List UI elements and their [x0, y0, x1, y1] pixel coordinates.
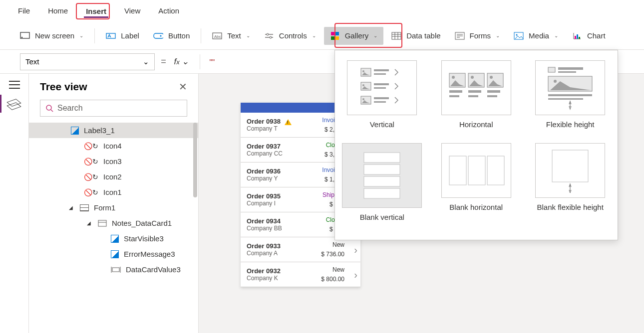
gallery-dropdown: Vertical Horizontal Flexible height Blan… — [334, 50, 618, 240]
controls-button[interactable]: Controls ⌄ — [258, 27, 322, 45]
tree-item-form1[interactable]: ◢Form1 — [29, 200, 198, 215]
screen-icon — [20, 31, 30, 41]
svg-rect-53 — [449, 95, 459, 97]
controls-icon — [264, 31, 274, 41]
gallery-opt-label: Flexible height — [546, 120, 595, 129]
button-button[interactable]: Button — [147, 27, 196, 45]
order-amount: $ 800.00 — [321, 276, 344, 283]
svg-rect-45 — [374, 87, 386, 89]
tree-item-label3[interactable]: Label3_1 — [29, 123, 198, 138]
layers-icon[interactable] — [9, 99, 20, 110]
label-button[interactable]: Label — [100, 27, 145, 45]
menu-file[interactable]: File — [16, 3, 32, 18]
svg-rect-73 — [449, 156, 466, 185]
tree-item-dcvalue[interactable]: DataCardValue3 — [29, 262, 198, 277]
thumb-horizontal — [441, 60, 511, 115]
card-icon — [98, 220, 107, 227]
svg-point-66 — [554, 80, 557, 83]
svg-point-47 — [362, 98, 364, 100]
media-button[interactable]: Media ⌄ — [508, 27, 564, 45]
chevron-down-icon: ⌄ — [554, 33, 558, 38]
order-company: Company I — [247, 200, 281, 207]
svg-point-55 — [471, 76, 474, 79]
order-id: Order 0937 — [247, 143, 283, 150]
gallery-opt-blank-horizontal[interactable]: Blank horizontal — [429, 140, 523, 233]
reload-icon: 🚫↻ — [84, 188, 98, 196]
menu-action[interactable]: Action — [156, 3, 181, 18]
order-row[interactable]: Order 0933Company ANew$ 736.00› — [241, 237, 360, 262]
expand-icon[interactable]: ◢ — [87, 220, 91, 226]
thumb-vertical — [347, 60, 417, 115]
svg-rect-33 — [98, 220, 106, 226]
svg-rect-57 — [468, 95, 478, 97]
hamburger-icon[interactable] — [9, 81, 20, 89]
svg-point-4 — [160, 35, 161, 36]
close-icon[interactable]: ✕ — [179, 81, 187, 93]
order-id: Order 0934 — [247, 217, 282, 225]
gallery-opt-vertical[interactable]: Vertical — [335, 57, 429, 140]
svg-rect-49 — [374, 101, 386, 103]
svg-rect-64 — [558, 71, 576, 73]
forms-button[interactable]: Forms ⌄ — [449, 27, 506, 45]
fx-label[interactable]: fx ⌄ — [172, 56, 191, 67]
search-placeholder: Search — [57, 104, 83, 113]
property-value: Text — [25, 57, 39, 66]
text-label: Text — [227, 31, 241, 40]
form-icon — [80, 204, 89, 211]
svg-rect-40 — [374, 69, 389, 71]
order-company: Company CC — [247, 150, 283, 157]
gallery-opt-blank-vertical[interactable]: Blank vertical — [335, 140, 429, 233]
property-select[interactable]: Text ⌄ — [20, 53, 155, 70]
chart-label: Chart — [587, 31, 606, 40]
gallery-opt-label: Blank flexible height — [537, 203, 603, 211]
tree-item-icon1[interactable]: 🚫↻Icon1 — [29, 184, 198, 200]
tree-item-errormsg[interactable]: ErrorMessage3 — [29, 246, 198, 262]
menu-home[interactable]: Home — [46, 3, 70, 18]
chevron-down-icon: ⌄ — [79, 33, 83, 38]
gallery-opt-flexible[interactable]: Flexible height — [523, 57, 617, 140]
scrollbar-thumb[interactable] — [193, 123, 197, 197]
svg-line-32 — [51, 110, 53, 112]
tree-item-datacard[interactable]: ◢Notes_DataCard1 — [29, 215, 198, 231]
thumb-blank-flexible — [535, 143, 605, 198]
menu-view[interactable]: View — [122, 3, 142, 18]
svg-rect-71 — [364, 176, 400, 186]
text-button[interactable]: Abc Text ⌄ — [206, 27, 256, 45]
svg-rect-76 — [552, 150, 588, 182]
tree-item-icon4[interactable]: 🚫↻Icon4 — [29, 138, 198, 154]
search-input[interactable]: Search — [40, 100, 187, 117]
chart-icon — [572, 31, 582, 41]
svg-rect-70 — [364, 165, 400, 174]
tree-item-icon2[interactable]: 🚫↻Icon2 — [29, 169, 198, 184]
label-icon — [111, 235, 119, 243]
svg-rect-30 — [579, 37, 580, 39]
tree-view-title: Tree view — [40, 81, 87, 93]
order-status: New — [332, 241, 344, 248]
order-row[interactable]: Order 0932Company KNew$ 800.00› — [241, 262, 360, 287]
thumb-blank-vertical — [342, 143, 422, 208]
gallery-opt-label: Blank horizontal — [449, 203, 503, 211]
svg-rect-75 — [487, 156, 504, 185]
order-id: Order 0932 — [247, 267, 281, 275]
warning-icon — [285, 119, 292, 125]
svg-rect-56 — [468, 90, 481, 93]
svg-point-8 — [267, 33, 269, 35]
gallery-opt-blank-flexible[interactable]: Blank flexible height — [523, 140, 617, 233]
new-screen-button[interactable]: New screen ⌄ — [14, 27, 89, 45]
reload-icon: 🚫↻ — [84, 158, 98, 166]
thumb-blank-horizontal — [441, 143, 511, 198]
tree-item-icon3[interactable]: 🚫↻Icon3 — [29, 154, 198, 169]
tree-item-starvisible[interactable]: StarVisible3 — [29, 231, 198, 246]
expand-icon[interactable]: ◢ — [69, 205, 73, 210]
svg-rect-41 — [374, 73, 386, 75]
controls-label: Controls — [279, 31, 307, 40]
svg-point-10 — [270, 36, 272, 38]
button-icon — [153, 31, 163, 41]
gallery-opt-horizontal[interactable]: Horizontal — [429, 57, 523, 140]
highlight-insert — [76, 3, 110, 19]
forms-label: Forms — [470, 31, 491, 40]
chart-button[interactable]: Chart — [566, 27, 612, 45]
forms-icon — [455, 31, 465, 41]
formula-input[interactable]: "" — [209, 57, 215, 66]
order-company: Company BB — [247, 225, 282, 232]
